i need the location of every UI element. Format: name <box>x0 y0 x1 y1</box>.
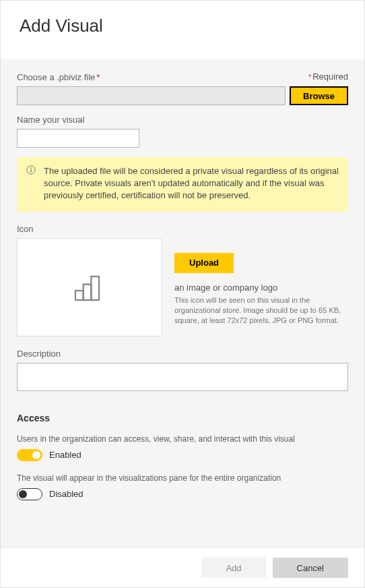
browse-button[interactable]: Browse <box>290 86 348 105</box>
icon-preview <box>17 238 162 336</box>
access-header: Access <box>17 413 348 423</box>
panel-header: Add Visual <box>1 1 364 59</box>
add-button[interactable]: Add <box>201 558 265 578</box>
description-label: Description <box>17 349 348 359</box>
page-title: Add Visual <box>20 16 345 36</box>
notice-text: The uploaded file will be considered a p… <box>44 166 339 200</box>
name-label: Name your visual <box>17 115 348 125</box>
required-note: *Required <box>308 71 348 82</box>
name-section: Name your visual <box>17 115 348 148</box>
access-item-pane: The visual will appear in the visualizat… <box>17 473 348 500</box>
access-desc-users: Users in the organization can access, vi… <box>17 434 348 444</box>
access-desc-pane: The visual will appear in the visualizat… <box>17 473 348 483</box>
name-input[interactable] <box>17 129 139 148</box>
bar-chart-icon <box>71 267 108 307</box>
description-section: Description <box>17 349 348 394</box>
description-input[interactable] <box>17 363 348 391</box>
svg-rect-4 <box>84 284 92 299</box>
file-label: Choose a .pbiviz file* <box>17 72 348 82</box>
form-area: *Required Choose a .pbiviz file* Browse … <box>1 59 364 548</box>
upload-button[interactable]: Upload <box>174 253 234 273</box>
file-section: Choose a .pbiviz file* Browse <box>17 72 348 105</box>
toggle-pane-label: Disabled <box>49 489 84 499</box>
file-row: Browse <box>17 86 348 105</box>
svg-rect-3 <box>75 291 84 300</box>
toggle-pane-visibility[interactable] <box>17 488 42 500</box>
icon-meta-desc: This icon will be seen on this visual in… <box>174 295 348 326</box>
toggle-users-access[interactable] <box>17 449 42 461</box>
icon-meta-title: an image or company logo <box>174 283 348 293</box>
access-item-users: Users in the organization can access, vi… <box>17 434 348 461</box>
svg-rect-5 <box>91 276 99 300</box>
toggle-users-label: Enabled <box>49 450 81 460</box>
file-path-input[interactable] <box>17 86 286 105</box>
svg-rect-2 <box>30 169 31 172</box>
icon-row: Upload an image or company logo This ico… <box>17 238 348 336</box>
icon-section: Icon Upload an image or company logo Thi… <box>17 224 348 336</box>
asterisk-icon: * <box>308 73 311 81</box>
add-visual-panel: Add Visual *Required Choose a .pbiviz fi… <box>0 0 365 588</box>
icon-meta: Upload an image or company logo This ico… <box>174 238 348 326</box>
private-visual-notice: The uploaded file will be considered a p… <box>17 157 348 212</box>
info-icon <box>26 165 36 178</box>
footer: Add Cancel <box>1 548 364 587</box>
required-asterisk: * <box>96 72 100 82</box>
toggle-row-pane: Disabled <box>17 488 348 500</box>
svg-point-1 <box>30 168 32 169</box>
cancel-button[interactable]: Cancel <box>273 558 348 578</box>
icon-label: Icon <box>17 224 348 234</box>
required-label: Required <box>312 71 348 82</box>
toggle-row-users: Enabled <box>17 449 348 461</box>
